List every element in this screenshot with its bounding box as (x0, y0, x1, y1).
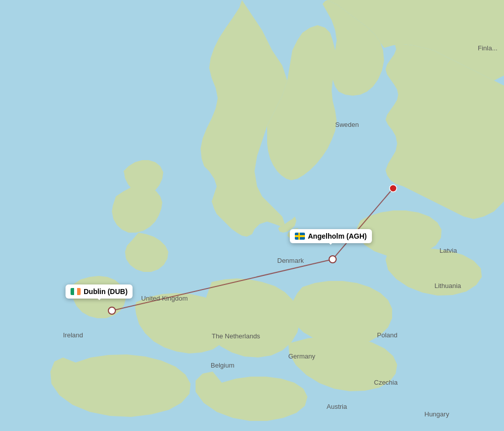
dublin-label-text: Dublin (DUB) (84, 288, 128, 296)
map-svg (0, 0, 504, 431)
dublin-airport-label: Dublin (DUB) (66, 284, 133, 299)
svg-point-24 (390, 185, 397, 192)
svg-point-23 (329, 256, 336, 263)
map-container: Sweden Denmark United Kingdom Ireland Th… (0, 0, 504, 431)
svg-point-22 (108, 307, 115, 314)
angelholm-label-text: Angelholm (AGH) (308, 232, 367, 240)
angelholm-airport-label: Angelholm (AGH) (290, 229, 372, 243)
ireland-flag (71, 288, 81, 295)
sweden-flag (295, 233, 305, 240)
